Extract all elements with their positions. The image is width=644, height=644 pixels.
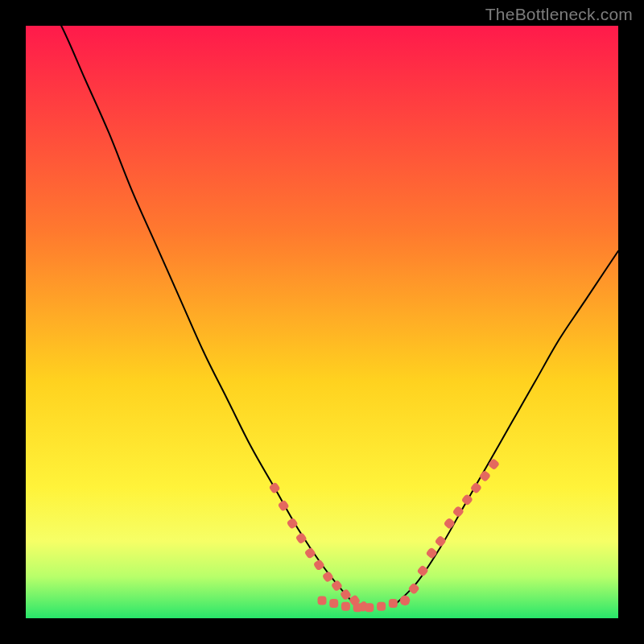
chart-curves-layer	[26, 26, 618, 618]
chart-root: TheBottleneck.com	[0, 0, 644, 644]
svg-rect-13	[329, 599, 338, 608]
svg-rect-15	[353, 603, 362, 612]
svg-rect-5	[304, 547, 316, 559]
svg-rect-4	[295, 532, 308, 544]
curve-bottleneck-curve-left	[38, 26, 357, 606]
svg-rect-29	[479, 470, 491, 482]
svg-rect-25	[443, 517, 455, 529]
svg-rect-7	[322, 571, 334, 583]
svg-rect-24	[434, 535, 446, 547]
svg-rect-14	[341, 602, 350, 611]
svg-rect-6	[313, 559, 325, 571]
svg-rect-20	[398, 594, 411, 606]
svg-rect-1	[268, 481, 280, 493]
svg-rect-21	[407, 582, 419, 594]
svg-rect-16	[365, 603, 374, 612]
svg-rect-30	[488, 458, 500, 470]
plot-area	[26, 26, 618, 618]
svg-rect-18	[389, 599, 398, 608]
svg-rect-12	[318, 596, 327, 605]
svg-rect-27	[461, 493, 473, 506]
watermark-label: TheBottleneck.com	[485, 5, 633, 24]
dots-highlight-dots-left	[268, 481, 369, 613]
svg-rect-17	[377, 602, 386, 611]
svg-rect-23	[425, 547, 437, 559]
svg-rect-22	[416, 564, 428, 576]
